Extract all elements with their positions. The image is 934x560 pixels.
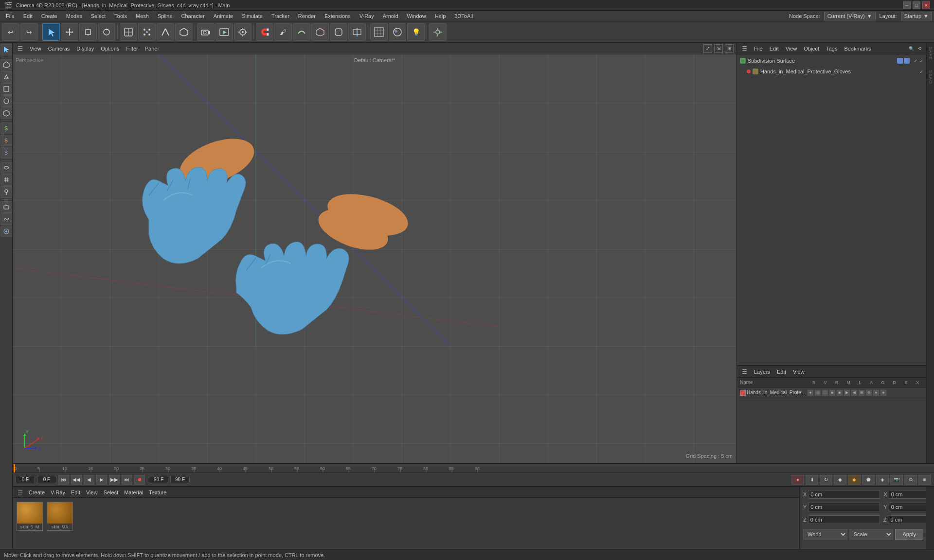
brush-tool-button[interactable]: 🖌 [274, 23, 292, 41]
viewport-camera-btn[interactable]: ⇲ [714, 44, 723, 53]
transport-autokey[interactable]: ● [791, 475, 804, 485]
camera-button[interactable] [197, 23, 215, 41]
scale-tool-button[interactable] [79, 23, 97, 41]
left-tool-5[interactable] [0, 107, 12, 119]
transport-cycle[interactable]: ↻ [820, 475, 832, 485]
loop-cut-button[interactable] [348, 23, 366, 41]
left-tool-select[interactable] [0, 44, 12, 55]
layers-view-tab[interactable]: View [791, 368, 807, 376]
viewport-close-btn[interactable]: ⊞ [725, 44, 734, 53]
layer-show-btn[interactable]: ● [873, 389, 880, 396]
left-tool-2[interactable] [0, 71, 12, 83]
bevel-tool-button[interactable] [330, 23, 347, 41]
node-space-dropdown[interactable]: Current (V-Ray) ▼ [824, 12, 876, 20]
rotate-tool-button[interactable] [98, 23, 115, 41]
material-material-menu[interactable]: Material [122, 489, 145, 496]
material-skin-ma[interactable]: skin_MA [47, 502, 73, 531]
left-tool-s2[interactable]: S [0, 135, 12, 146]
layout-dropdown[interactable]: Startup ▼ [901, 12, 932, 20]
obj-manager-filter-btn[interactable]: ⚙ [916, 45, 923, 52]
object-mode-button[interactable] [120, 23, 137, 41]
end-frame-display[interactable]: 90 F [149, 476, 168, 483]
record-btn[interactable]: ⏺ [134, 475, 145, 485]
obj-visible-check[interactable]: ✓ [914, 58, 917, 64]
menu-render[interactable]: Render [294, 11, 320, 21]
obj-manager-file-tab[interactable]: File [752, 45, 765, 52]
end-frame-display-2[interactable]: 90 F [170, 476, 190, 483]
material-vray-menu[interactable]: V-Ray [49, 489, 67, 496]
minimize-button[interactable]: ─ [903, 1, 911, 9]
left-tool-paint[interactable] [0, 186, 12, 198]
material-create-menu[interactable]: Create [27, 489, 47, 496]
layer-row-hands[interactable]: Hands_in_Medical_Protective_Gloves ● ◎ □… [737, 387, 926, 398]
material-select-menu[interactable]: Select [102, 489, 121, 496]
viewport-3d[interactable]: Perspective Default Camera:* [13, 54, 736, 463]
render-view-button[interactable] [216, 23, 233, 41]
obj-manager-hamburger[interactable]: ☰ [740, 45, 749, 52]
layer-extra-btn[interactable]: ● [880, 389, 887, 396]
go-to-start-btn[interactable]: ⏮ [58, 475, 69, 485]
timeline-ruler[interactable]: 0 5 10 15 20 25 30 [13, 464, 934, 472]
left-tool-1[interactable] [0, 59, 12, 70]
menu-vray[interactable]: V-Ray [356, 11, 378, 21]
transport-key2[interactable]: ◆ [848, 475, 861, 485]
material-skin-5[interactable]: skin_5_M [17, 502, 43, 531]
material-manager-button[interactable] [389, 23, 406, 41]
redo-button[interactable]: ↪ [20, 23, 38, 41]
viewport-options-menu[interactable]: Options [99, 45, 121, 52]
transport-settings[interactable]: ⚙ [904, 475, 917, 485]
menu-file[interactable]: File [2, 11, 18, 21]
snapping-button[interactable] [429, 23, 447, 41]
transport-key3[interactable]: ⬟ [862, 475, 875, 485]
left-tool-s1[interactable]: S [0, 122, 12, 134]
material-view-menu[interactable]: View [84, 489, 100, 496]
layer-back-btn[interactable]: ◀ [851, 389, 858, 396]
left-tool-grid[interactable] [0, 174, 12, 186]
viewport-filter-menu[interactable]: Filter [124, 45, 140, 52]
obj-manager-edit-tab[interactable]: Edit [768, 45, 781, 52]
menu-edit[interactable]: Edit [19, 11, 36, 21]
menu-select[interactable]: Select [87, 11, 110, 21]
edges-mode-button[interactable] [157, 23, 174, 41]
transport-preview[interactable]: 📷 [890, 475, 903, 485]
material-texture-menu[interactable]: Texture [147, 489, 168, 496]
coord-y-input[interactable] [808, 503, 880, 511]
coord-z-input[interactable] [808, 515, 880, 524]
layer-lock-btn[interactable]: ■ [836, 389, 843, 396]
obj-render-check[interactable]: ✓ [919, 58, 923, 64]
menu-help[interactable]: Help [431, 11, 450, 21]
step-back-btn[interactable]: ◀◀ [71, 475, 82, 485]
obj-manager-search-btn[interactable]: 🔍 [908, 45, 915, 52]
polygon-mode-button[interactable] [175, 23, 193, 41]
obj-manager-tags-tab[interactable]: Tags [824, 45, 839, 52]
menu-tools[interactable]: Tools [110, 11, 131, 21]
left-tool-shape[interactable] [0, 201, 12, 213]
magnet-tool-button[interactable]: 🧲 [256, 23, 273, 41]
viewport-menu-icon[interactable]: ☰ [16, 45, 25, 52]
scale-dropdown[interactable]: Scale Size [849, 529, 894, 540]
left-tool-s3[interactable]: S [0, 147, 12, 158]
smooth-tool-button[interactable] [293, 23, 310, 41]
left-tool-circle[interactable] [0, 226, 12, 237]
viewport-expand-btn[interactable]: ⤢ [703, 44, 712, 53]
world-dropdown[interactable]: World Object Camera [803, 529, 847, 540]
layers-hamburger[interactable]: ☰ [740, 368, 749, 375]
apply-button[interactable]: Apply [895, 529, 923, 540]
menu-tracker[interactable]: Tracker [268, 11, 293, 21]
close-button[interactable]: ✕ [922, 1, 930, 9]
go-to-end-btn[interactable]: ⏭ [122, 475, 132, 485]
menu-modes[interactable]: Modes [62, 11, 86, 21]
layer-render-btn[interactable]: □ [822, 389, 828, 396]
menu-character[interactable]: Character [178, 11, 209, 21]
menu-animate[interactable]: Animate [210, 11, 237, 21]
left-tool-deform[interactable] [0, 213, 12, 225]
viewport-panel-menu[interactable]: Panel [143, 45, 161, 52]
viewport-view-menu[interactable]: View [28, 45, 43, 52]
obj-manager-view-tab[interactable]: View [784, 45, 799, 52]
material-hamburger[interactable]: ☰ [16, 489, 25, 496]
viewport-cameras-menu[interactable]: Cameras [46, 45, 72, 52]
menu-3dtoall[interactable]: 3DToAll [450, 11, 477, 21]
layer-play-btn[interactable]: ▶ [844, 389, 850, 396]
transport-timeline[interactable]: ≡ [918, 475, 931, 485]
obj-subdivision-surface[interactable]: Subdivision Surface ✓ ✓ [738, 55, 925, 66]
